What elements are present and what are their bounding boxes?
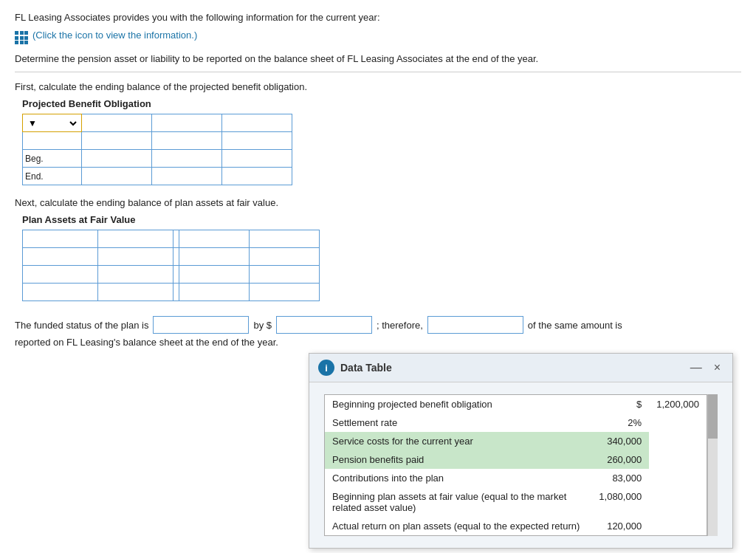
funded-status-line2: reported on FL Leasing's balance sheet a… bbox=[15, 337, 741, 348]
pa-r3-col3[interactable] bbox=[179, 266, 250, 284]
pa-r2-col3[interactable] bbox=[179, 248, 250, 266]
pa-r3c2-input[interactable] bbox=[100, 267, 171, 282]
pa-r3c4-input[interactable] bbox=[252, 267, 317, 282]
pa-r2c4-input[interactable] bbox=[252, 249, 317, 264]
pa-r1-col4[interactable] bbox=[250, 230, 320, 248]
pbo-header-col3[interactable] bbox=[152, 114, 222, 132]
pbo-end-label: End. bbox=[23, 168, 82, 185]
pbo-empty-row1-col1 bbox=[23, 132, 82, 150]
pa-r1-col3[interactable] bbox=[179, 230, 250, 248]
pbo-r1-col2[interactable] bbox=[82, 132, 152, 150]
determine-text: Determine the pension asset or liability… bbox=[15, 53, 741, 72]
pbo-dropdown-cell[interactable]: ▼ bbox=[23, 114, 82, 132]
pa-r3-col2[interactable] bbox=[98, 266, 173, 284]
pa-r2-divider bbox=[173, 248, 179, 266]
pbo-end-c4-input[interactable] bbox=[224, 168, 289, 184]
pa-r2c1-input[interactable] bbox=[25, 249, 95, 264]
pbo-end-col3[interactable] bbox=[152, 168, 222, 185]
pa-r4c3-input[interactable] bbox=[182, 284, 247, 300]
pbo-beg-c3-input[interactable] bbox=[154, 151, 219, 166]
pa-table bbox=[22, 230, 320, 301]
pa-r3-col1[interactable] bbox=[23, 266, 98, 284]
pbo-beg-col2[interactable] bbox=[82, 150, 152, 168]
pa-r4-col4[interactable] bbox=[250, 284, 320, 301]
pa-r3-col4[interactable] bbox=[250, 266, 320, 284]
pbo-table-title: Projected Benefit Obligation bbox=[15, 98, 741, 109]
funded-status-row: The funded status of the plan is by $ ; … bbox=[15, 316, 741, 334]
pbo-r1c4-input[interactable] bbox=[224, 133, 289, 148]
pa-r3c1-input[interactable] bbox=[25, 267, 95, 282]
pbo-header-col4[interactable] bbox=[222, 114, 292, 132]
pa-r1-col2[interactable] bbox=[98, 230, 173, 248]
pbo-beg-col3[interactable] bbox=[152, 150, 222, 168]
pbo-end-c2-input[interactable] bbox=[84, 168, 149, 184]
pa-r2c2-input[interactable] bbox=[100, 249, 171, 264]
funded-status-input3[interactable] bbox=[427, 316, 523, 334]
pa-r1c3-input[interactable] bbox=[182, 231, 247, 247]
data-table-popup: i Data Table — × Beginning projected ben… bbox=[309, 353, 733, 360]
pa-r1-col1[interactable] bbox=[23, 230, 98, 248]
pa-r1-divider bbox=[173, 230, 179, 248]
pa-r1c2-input[interactable] bbox=[100, 231, 171, 247]
pbo-beg-c4-input[interactable] bbox=[224, 151, 289, 166]
pbo-r1-col4[interactable] bbox=[222, 132, 292, 150]
pa-r3-divider bbox=[173, 266, 179, 284]
pbo-dropdown[interactable]: ▼ bbox=[25, 117, 79, 129]
pa-r2-col1[interactable] bbox=[23, 248, 98, 266]
pbo-h4-input[interactable] bbox=[224, 115, 289, 131]
pbo-end-c3-input[interactable] bbox=[154, 168, 219, 184]
intro-line1: FL Leasing Associates provides you with … bbox=[15, 12, 741, 23]
pbo-h3-input[interactable] bbox=[154, 115, 219, 131]
pa-r4-col2[interactable] bbox=[98, 284, 173, 301]
pa-r4-divider bbox=[173, 284, 179, 301]
pa-r2c3-input[interactable] bbox=[182, 249, 247, 264]
pa-r1c1-input[interactable] bbox=[25, 231, 95, 247]
pa-r4-col3[interactable] bbox=[179, 284, 250, 301]
pa-r1c4-input[interactable] bbox=[252, 231, 317, 247]
pa-r4c1-input[interactable] bbox=[25, 284, 95, 300]
pbo-beg-label: Beg. bbox=[23, 150, 82, 168]
pa-r4c4-input[interactable] bbox=[252, 284, 317, 300]
funded-status-therefore: ; therefore, bbox=[377, 320, 423, 331]
funded-status-input1[interactable] bbox=[153, 316, 249, 334]
pbo-section-label: First, calculate the ending balance of t… bbox=[15, 81, 741, 92]
pbo-beg-col4[interactable] bbox=[222, 150, 292, 168]
funded-status-suffix: of the same amount is bbox=[528, 320, 622, 331]
icon-link-label: (Click the icon to view the information.… bbox=[32, 30, 197, 41]
funded-status-by-label: by $ bbox=[253, 320, 272, 331]
pa-r2-col4[interactable] bbox=[250, 248, 320, 266]
pbo-r1-col3[interactable] bbox=[152, 132, 222, 150]
pa-r4c2-input[interactable] bbox=[100, 284, 171, 300]
pbo-end-col4[interactable] bbox=[222, 168, 292, 185]
icon-link[interactable]: (Click the icon to view the information.… bbox=[15, 26, 197, 44]
pbo-table: ▼ Beg. End. bbox=[22, 114, 292, 185]
pa-r2-col2[interactable] bbox=[98, 248, 173, 266]
pbo-header-col2[interactable] bbox=[82, 114, 152, 132]
grid-icon bbox=[15, 26, 28, 44]
funded-status-input2[interactable] bbox=[276, 316, 372, 334]
pa-table-title: Plan Assets at Fair Value bbox=[15, 214, 741, 225]
pbo-r1c3-input[interactable] bbox=[154, 133, 219, 148]
popup-header: i Data Table — × bbox=[309, 354, 732, 360]
pa-r4-col1[interactable] bbox=[23, 284, 98, 301]
pbo-h2-input[interactable] bbox=[84, 115, 149, 131]
funded-status-prefix: The funded status of the plan is bbox=[15, 320, 148, 331]
pbo-r1c2-input[interactable] bbox=[84, 133, 149, 148]
pa-section-label: Next, calculate the ending balance of pl… bbox=[15, 197, 741, 208]
pa-r3c3-input[interactable] bbox=[182, 267, 247, 282]
pbo-end-col2[interactable] bbox=[82, 168, 152, 185]
pbo-beg-c2-input[interactable] bbox=[84, 151, 149, 166]
